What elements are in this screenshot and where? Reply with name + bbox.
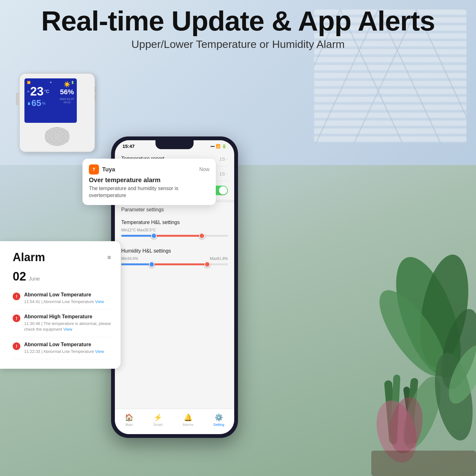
main-title: Real-time Update & App Alerts [0, 6, 476, 36]
alarm-item-3: ! Abnormal Low Temperature 11:22:33 | Ab… [13, 337, 111, 359]
wifi-icon: 📶 [27, 81, 30, 84]
alarm-item-3-view-link[interactable]: View [95, 349, 104, 354]
filter-icon[interactable]: ≡ [107, 254, 111, 261]
temp-hl-section: Temperature H&L settings Min12°C Max26.5… [121, 215, 228, 244]
temp-hl-title: Temperature H&L settings [121, 220, 228, 225]
temp-unit: °C [44, 89, 49, 94]
alarm-month: June [29, 276, 40, 281]
date-display: 2022-01-07 14:12 [60, 97, 74, 104]
notification-body: The temperature and humidity sensor is o… [89, 185, 209, 199]
status-time: 15:47 [122, 143, 135, 149]
nav-item-main[interactable]: 🏠 Main [125, 413, 133, 426]
side-btn-2[interactable] [95, 95, 96, 101]
toggle-knob [219, 186, 227, 195]
chevron-icon: › [226, 156, 228, 161]
humidity-report-value: 1S › [219, 171, 228, 176]
temp-range-labels: Min12°C Max26.5°C [121, 228, 228, 232]
battery-status-icon: 🔋 [222, 144, 227, 149]
alert-icon-2: ! [13, 314, 20, 322]
alert-icon-1: ! [13, 293, 20, 300]
humidity-max-label: Max81.8% [210, 256, 228, 261]
phone-notch [155, 140, 194, 149]
alarm-item-2-content: Abnormal High Temperature 11:30:46 | The… [24, 314, 111, 332]
nav-item-setting[interactable]: ⚙️ Setting [213, 413, 224, 426]
notification-header: T Tuya Now [89, 164, 209, 175]
app-name: Tuya [102, 166, 115, 173]
svg-rect-13 [371, 451, 476, 476]
header-section: Real-time Update & App Alerts Upper/Lowe… [0, 6, 476, 50]
humidity-display: 65 [31, 99, 41, 108]
signal-icon: ▪▪▪ [210, 144, 215, 149]
side-buttons [95, 86, 97, 103]
notification-time: Now [199, 167, 209, 172]
alarm-item-2-title: Abnormal High Temperature [24, 314, 111, 320]
sun-icon-display: ☀️ [60, 81, 74, 88]
bottom-navigation: 🏠 Main ⚡ Smart 🔔 Alarms ⚙️ Setting [115, 409, 234, 434]
alarm-item-1-content: Abnormal Low Temperature 11:54:41 | Abno… [24, 292, 111, 305]
humidity-slider-thumb-max[interactable] [204, 261, 210, 267]
nav-smart-label: Smart [153, 423, 162, 426]
alarm-item-3-desc: 11:22:33 | Abnormal Low Temperature View [24, 349, 111, 354]
humidity-min-label: Min34.6% [121, 256, 138, 261]
alarm-day: 02 [13, 270, 26, 283]
brightness-icon: ☀ [50, 81, 52, 84]
alarm-panel-title: Alarm [13, 251, 45, 264]
alarm-item-1-view-link[interactable]: View [95, 299, 104, 304]
humidity-unit: % [42, 101, 46, 106]
home-icon: 🏠 [125, 413, 133, 422]
temp-report-value: 1S › [219, 156, 228, 162]
notification-title: Over temperature alarm [89, 176, 209, 184]
tuya-logo-icon: T [89, 164, 99, 175]
bell-icon: 🔔 [184, 413, 192, 422]
alarm-item-2: ! Abnormal High Temperature 11:30:46 | T… [13, 309, 111, 337]
temp-range-label: Min12°C Max26.5°C [121, 228, 156, 232]
device-screen: 📶 ☀ 🔋 ❄ 23 °C 💧 65 % [24, 78, 77, 123]
nav-alarms-label: Alarms [182, 423, 193, 426]
alarm-item-1-title: Abnormal Low Temperature [24, 292, 111, 298]
alarm-item-3-content: Abnormal Low Temperature 11:22:33 | Abno… [24, 342, 111, 354]
chevron-icon-2: › [226, 171, 228, 176]
device-body: 📶 ☀ 🔋 ❄ 23 °C 💧 65 % [19, 73, 95, 152]
wifi-status-icon: 📶 [216, 144, 221, 149]
device-container: 📶 ☀ 🔋 ❄ 23 °C 💧 65 % [19, 73, 108, 168]
alarm-item-2-view-link[interactable]: View [63, 327, 72, 332]
rh-value-display: 56% [60, 88, 74, 96]
nav-item-smart[interactable]: ⚡ Smart [153, 413, 162, 426]
status-icons: ▪▪▪ 📶 🔋 [210, 144, 227, 149]
alarm-item-3-title: Abnormal Low Temperature [24, 342, 111, 347]
gear-icon: ⚙️ [215, 413, 223, 422]
nav-setting-label: Setting [213, 423, 224, 426]
alert-icon-3: ! [13, 342, 20, 350]
alarm-item-2-desc: 11:30:46 | The temperature is abnormal, … [24, 321, 111, 332]
smart-icon: ⚡ [154, 413, 162, 422]
humidity-range-labels: Min34.6% Max81.8% [121, 256, 228, 261]
device-speaker [44, 127, 70, 146]
nav-main-label: Main [125, 423, 133, 426]
screen-right: ☀️ 56% 2022-01-07 14:12 [60, 81, 74, 104]
alarm-date: 02 June [13, 270, 111, 282]
side-btn-1[interactable] [95, 86, 96, 93]
temperature-display: 23 [30, 85, 43, 97]
alarm-item-1: ! Abnormal Low Temperature 11:54:41 | Ab… [13, 288, 111, 309]
humidity-hl-title: Humidity H&L settings [121, 248, 228, 254]
alarm-item-1-desc: 11:54:41 | Abnormal Low Temperature View [24, 299, 111, 305]
subtitle: Upper/Lower Temperature or Humidity Alar… [0, 38, 476, 50]
humidity-hl-section: Humidity H&L settings Min34.6% Max81.8% [121, 244, 228, 272]
humidity-slider-thumb-min[interactable] [149, 261, 155, 267]
temp-slider-thumb-min[interactable] [151, 233, 157, 239]
temp-slider-thumb-max[interactable] [199, 233, 205, 239]
alarm-panel-header: Alarm ≡ [13, 251, 111, 264]
alarm-panel: Alarm ≡ 02 June ! Abnormal Low Temperatu… [0, 241, 121, 369]
plants-background [238, 254, 476, 476]
humidity-slider-track[interactable] [121, 263, 228, 265]
temp-slider-track[interactable] [121, 235, 228, 237]
notification-popup: T Tuya Now Over temperature alarm The te… [83, 159, 216, 205]
nav-item-alarms[interactable]: 🔔 Alarms [182, 413, 193, 426]
device-plug [16, 93, 20, 105]
